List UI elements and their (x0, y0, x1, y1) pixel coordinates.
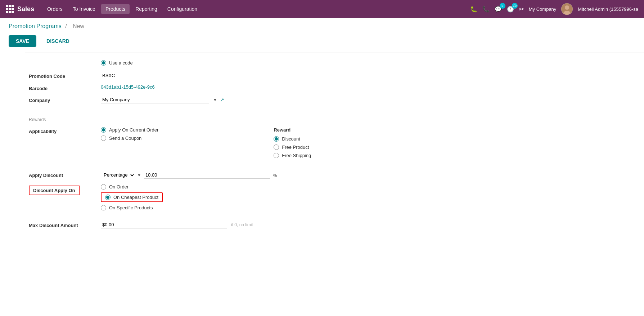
discount-apply-on-label-1: On Cheapest Product (113, 195, 158, 200)
nav-products[interactable]: Products (101, 4, 130, 14)
reward-label: Reward (274, 127, 311, 133)
use-code-value: Use a code (101, 60, 630, 66)
avatar[interactable] (561, 3, 573, 15)
grid-icon (6, 5, 14, 13)
clock-icon[interactable]: 🕐 25 (507, 6, 514, 13)
navbar: Sales Orders To Invoice Products Reporti… (0, 0, 644, 18)
reward-radio-2[interactable] (274, 153, 279, 158)
discount-apply-on-radio-1[interactable] (105, 195, 111, 200)
reward-radio-1[interactable] (274, 144, 279, 150)
nav-to-invoice[interactable]: To Invoice (68, 4, 100, 14)
breadcrumb-parent[interactable]: Promotion Programs (9, 23, 62, 29)
reward-option-1[interactable]: Free Product (274, 144, 311, 150)
promotion-code-value (101, 72, 630, 79)
form-area: Use a code Promotion Code Barcode 043d1a… (0, 53, 644, 241)
save-button[interactable]: SAVE (9, 35, 36, 47)
company-select[interactable]: My Company (101, 96, 209, 103)
reward-column: Reward Discount Free Product Free Shippi… (274, 127, 311, 158)
svg-point-1 (565, 5, 569, 10)
reward-radio-0[interactable] (274, 136, 279, 142)
promotion-code-label: Promotion Code (29, 72, 101, 79)
company-label: My Company (529, 6, 557, 12)
discount-apply-on-option-1[interactable]: On Cheapest Product (101, 192, 630, 202)
breadcrumb-current: New (73, 23, 84, 29)
discount-apply-on-option-0[interactable]: On Order (101, 184, 630, 190)
max-discount-row: Max Discount Amount if 0, no limit (29, 221, 630, 228)
barcode-value: 043d1ab1-15d5-492e-9c6 (101, 84, 155, 90)
applicability-option-1[interactable]: Send a Coupon (101, 135, 158, 141)
reward-option-0[interactable]: Discount (274, 136, 311, 142)
discount-apply-on-label: Discount Apply On (29, 186, 80, 195)
applicability-label: Applicability (29, 127, 101, 134)
apply-discount-row: Apply Discount Percentage ▼ % (29, 171, 630, 179)
max-discount-input[interactable] (101, 221, 227, 228)
chevron-down-icon: ▼ (213, 98, 217, 102)
percent-symbol: % (273, 173, 277, 178)
reward-label-2: Free Shipping (282, 153, 311, 158)
use-code-label: Use a code (109, 60, 133, 66)
use-code-option[interactable]: Use a code (101, 60, 630, 66)
discount-apply-on-label-wrap: Discount Apply On (29, 184, 101, 195)
reward-label-1: Free Product (282, 144, 309, 150)
clock-badge: 25 (512, 3, 518, 9)
discount-value-input[interactable] (144, 172, 270, 179)
company-row: Company My Company ▼ ↗ (29, 96, 630, 103)
nav-links: Orders To Invoice Products Reporting Con… (43, 4, 470, 14)
discount-apply-on-label-0: On Order (109, 184, 129, 190)
applicability-column: Apply On Current Order Send a Coupon (101, 127, 158, 158)
external-link-icon[interactable]: ↗ (220, 97, 224, 103)
user-name: Mitchell Admin (15557996-sa (578, 6, 638, 12)
applicability-radio-1[interactable] (101, 135, 106, 141)
nav-orders[interactable]: Orders (43, 4, 67, 14)
discount-apply-on-label-2: On Specific Products (109, 205, 153, 210)
reward-option-2[interactable]: Free Shipping (274, 153, 311, 158)
use-code-row: Use a code (101, 60, 630, 66)
cheapest-product-highlight: On Cheapest Product (101, 192, 163, 202)
max-discount-label: Max Discount Amount (29, 221, 101, 228)
apply-discount-label: Apply Discount (29, 171, 101, 178)
max-discount-wrap: if 0, no limit (101, 221, 630, 228)
promotion-code-input[interactable] (101, 72, 227, 79)
reward-label-0: Discount (282, 136, 300, 142)
discount-type-select[interactable]: Percentage (101, 171, 135, 179)
barcode-label: Barcode (29, 84, 101, 91)
nav-right: 🐛 📞 💬 5 🕐 25 ✂ My Company Mitchell Admin… (470, 3, 638, 15)
chat-badge: 5 (500, 3, 505, 9)
barcode-row: Barcode 043d1ab1-15d5-492e-9c6 (29, 84, 630, 91)
discard-button[interactable]: DISCARD (41, 35, 75, 47)
promotion-code-row: Promotion Code (29, 72, 630, 79)
discount-type-arrow: ▼ (137, 173, 141, 177)
rewards-grid: Apply On Current Order Send a Coupon Rew… (101, 127, 630, 158)
discount-apply-on-row: Discount Apply On On Order On Cheapest P… (29, 184, 630, 210)
discount-apply-on-options: On Order On Cheapest Product On Specific… (101, 184, 630, 210)
breadcrumb-separator: / (65, 23, 67, 29)
rewards-section-title: Rewards (29, 117, 630, 122)
max-discount-hint: if 0, no limit (231, 222, 253, 227)
phone-icon[interactable]: 📞 (482, 6, 490, 13)
discount-apply-on-radio-2[interactable] (101, 205, 106, 210)
brand[interactable]: Sales (6, 5, 34, 13)
nav-configuration[interactable]: Configuration (163, 4, 202, 14)
brand-name: Sales (17, 5, 34, 13)
use-code-radio[interactable] (101, 60, 106, 66)
applicability-option-0[interactable]: Apply On Current Order (101, 127, 158, 133)
nav-reporting[interactable]: Reporting (131, 4, 162, 14)
applicability-label-0: Apply On Current Order (109, 127, 158, 133)
applicability-radio-0[interactable] (101, 127, 106, 133)
bug-icon[interactable]: 🐛 (470, 6, 477, 13)
applicability-reward-row: Applicability Apply On Current Order Sen… (29, 127, 630, 158)
scissors-icon[interactable]: ✂ (519, 6, 524, 13)
applicability-label-1: Send a Coupon (109, 135, 141, 141)
breadcrumb: Promotion Programs / New (0, 18, 644, 32)
chat-icon[interactable]: 💬 5 (495, 6, 502, 13)
apply-discount-wrap: Percentage ▼ % (101, 171, 630, 179)
spacer (180, 127, 252, 158)
company-label-field: Company (29, 96, 101, 103)
discount-apply-on-option-2[interactable]: On Specific Products (101, 205, 630, 210)
discount-apply-on-radio-0[interactable] (101, 184, 106, 190)
company-select-wrap: My Company ▼ ↗ (101, 96, 630, 103)
action-bar: SAVE DISCARD (0, 32, 644, 53)
